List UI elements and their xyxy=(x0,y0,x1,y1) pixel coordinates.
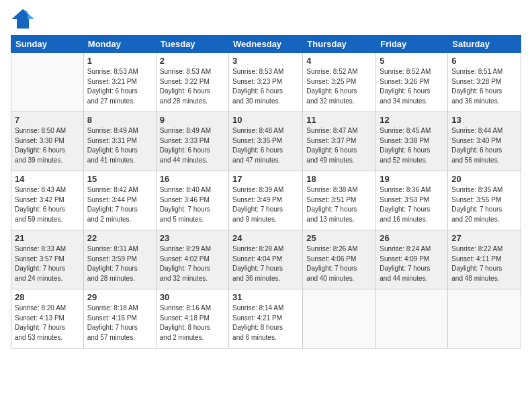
calendar-day-cell: 27Sunrise: 8:22 AM Sunset: 4:11 PM Dayli… xyxy=(448,230,521,289)
page: SundayMondayTuesdayWednesdayThursdayFrid… xyxy=(0,0,532,411)
day-number: 3 xyxy=(232,56,299,66)
day-number: 13 xyxy=(451,115,517,125)
calendar-table: SundayMondayTuesdayWednesdayThursdayFrid… xyxy=(11,35,521,349)
calendar-day-cell xyxy=(11,53,84,112)
weekday-header-wednesday: Wednesday xyxy=(229,36,303,53)
day-number: 25 xyxy=(306,233,372,243)
day-number: 10 xyxy=(232,115,299,125)
day-info: Sunrise: 8:20 AM Sunset: 4:13 PM Dayligh… xyxy=(15,304,80,342)
day-number: 24 xyxy=(232,233,299,243)
calendar-day-cell: 23Sunrise: 8:29 AM Sunset: 4:02 PM Dayli… xyxy=(156,230,228,289)
day-number: 5 xyxy=(380,56,444,66)
day-number: 7 xyxy=(15,115,80,125)
weekday-header-sunday: Sunday xyxy=(11,36,84,53)
day-info: Sunrise: 8:44 AM Sunset: 3:40 PM Dayligh… xyxy=(451,126,517,165)
day-info: Sunrise: 8:18 AM Sunset: 4:16 PM Dayligh… xyxy=(87,304,152,342)
calendar-day-cell xyxy=(376,289,448,349)
weekday-header-saturday: Saturday xyxy=(448,36,521,53)
day-number: 9 xyxy=(160,115,225,125)
calendar-day-cell: 8Sunrise: 8:49 AM Sunset: 3:31 PM Daylig… xyxy=(83,112,156,171)
day-number: 30 xyxy=(160,292,225,302)
day-info: Sunrise: 8:53 AM Sunset: 3:21 PM Dayligh… xyxy=(87,67,152,106)
day-number: 15 xyxy=(87,174,152,184)
day-number: 12 xyxy=(380,115,444,125)
day-info: Sunrise: 8:47 AM Sunset: 3:37 PM Dayligh… xyxy=(306,126,372,165)
calendar-day-cell xyxy=(448,289,521,349)
calendar-day-cell: 1Sunrise: 8:53 AM Sunset: 3:21 PM Daylig… xyxy=(83,53,156,112)
day-info: Sunrise: 8:38 AM Sunset: 3:51 PM Dayligh… xyxy=(306,185,372,224)
calendar-day-cell: 22Sunrise: 8:31 AM Sunset: 3:59 PM Dayli… xyxy=(83,230,156,289)
day-info: Sunrise: 8:53 AM Sunset: 3:22 PM Dayligh… xyxy=(160,67,225,106)
calendar-day-cell: 4Sunrise: 8:52 AM Sunset: 3:25 PM Daylig… xyxy=(303,53,376,112)
calendar-day-cell: 24Sunrise: 8:28 AM Sunset: 4:04 PM Dayli… xyxy=(229,230,303,289)
day-info: Sunrise: 8:33 AM Sunset: 3:57 PM Dayligh… xyxy=(15,244,80,283)
weekday-header-tuesday: Tuesday xyxy=(156,36,228,53)
calendar-day-cell: 29Sunrise: 8:18 AM Sunset: 4:16 PM Dayli… xyxy=(83,289,156,349)
calendar-day-cell: 12Sunrise: 8:45 AM Sunset: 3:38 PM Dayli… xyxy=(376,112,448,171)
day-info: Sunrise: 8:40 AM Sunset: 3:46 PM Dayligh… xyxy=(160,185,225,224)
calendar-day-cell: 18Sunrise: 8:38 AM Sunset: 3:51 PM Dayli… xyxy=(303,171,376,230)
day-info: Sunrise: 8:49 AM Sunset: 3:31 PM Dayligh… xyxy=(87,126,152,165)
day-number: 21 xyxy=(15,233,80,243)
day-number: 18 xyxy=(306,174,372,184)
day-info: Sunrise: 8:45 AM Sunset: 3:38 PM Dayligh… xyxy=(380,126,444,165)
calendar-day-cell: 21Sunrise: 8:33 AM Sunset: 3:57 PM Dayli… xyxy=(11,230,84,289)
day-number: 11 xyxy=(306,115,372,125)
calendar-day-cell: 9Sunrise: 8:49 AM Sunset: 3:33 PM Daylig… xyxy=(156,112,228,171)
day-info: Sunrise: 8:29 AM Sunset: 4:02 PM Dayligh… xyxy=(160,244,225,283)
calendar-day-cell: 11Sunrise: 8:47 AM Sunset: 3:37 PM Dayli… xyxy=(303,112,376,171)
logo xyxy=(11,7,36,31)
day-number: 1 xyxy=(87,56,152,66)
day-number: 29 xyxy=(87,292,152,302)
calendar-day-cell: 20Sunrise: 8:35 AM Sunset: 3:55 PM Dayli… xyxy=(448,171,521,230)
day-info: Sunrise: 8:52 AM Sunset: 3:26 PM Dayligh… xyxy=(380,67,444,106)
calendar-day-cell: 13Sunrise: 8:44 AM Sunset: 3:40 PM Dayli… xyxy=(448,112,521,171)
calendar-day-cell: 3Sunrise: 8:53 AM Sunset: 3:23 PM Daylig… xyxy=(229,53,303,112)
calendar-week-row: 14Sunrise: 8:43 AM Sunset: 3:42 PM Dayli… xyxy=(11,171,521,230)
weekday-header-friday: Friday xyxy=(376,36,448,53)
weekday-header-row: SundayMondayTuesdayWednesdayThursdayFrid… xyxy=(11,36,521,53)
day-info: Sunrise: 8:36 AM Sunset: 3:53 PM Dayligh… xyxy=(380,185,444,224)
calendar-day-cell: 2Sunrise: 8:53 AM Sunset: 3:22 PM Daylig… xyxy=(156,53,228,112)
day-number: 16 xyxy=(160,174,225,184)
day-info: Sunrise: 8:14 AM Sunset: 4:21 PM Dayligh… xyxy=(232,304,299,342)
day-info: Sunrise: 8:53 AM Sunset: 3:23 PM Dayligh… xyxy=(232,67,299,106)
weekday-header-thursday: Thursday xyxy=(303,36,376,53)
calendar-day-cell: 6Sunrise: 8:51 AM Sunset: 3:28 PM Daylig… xyxy=(448,53,521,112)
day-number: 14 xyxy=(15,174,80,184)
day-number: 17 xyxy=(232,174,299,184)
calendar-day-cell: 14Sunrise: 8:43 AM Sunset: 3:42 PM Dayli… xyxy=(11,171,84,230)
day-info: Sunrise: 8:43 AM Sunset: 3:42 PM Dayligh… xyxy=(15,185,80,224)
calendar-day-cell: 31Sunrise: 8:14 AM Sunset: 4:21 PM Dayli… xyxy=(229,289,303,349)
day-number: 31 xyxy=(232,292,299,302)
calendar-day-cell: 17Sunrise: 8:39 AM Sunset: 3:49 PM Dayli… xyxy=(229,171,303,230)
day-number: 6 xyxy=(451,56,517,66)
day-number: 26 xyxy=(380,233,444,243)
day-number: 2 xyxy=(160,56,225,66)
calendar-week-row: 7Sunrise: 8:50 AM Sunset: 3:30 PM Daylig… xyxy=(11,112,521,171)
weekday-header-monday: Monday xyxy=(83,36,156,53)
calendar-week-row: 28Sunrise: 8:20 AM Sunset: 4:13 PM Dayli… xyxy=(11,289,521,349)
day-number: 28 xyxy=(15,292,80,302)
calendar-day-cell: 10Sunrise: 8:48 AM Sunset: 3:35 PM Dayli… xyxy=(229,112,303,171)
calendar-day-cell: 30Sunrise: 8:16 AM Sunset: 4:18 PM Dayli… xyxy=(156,289,228,349)
day-info: Sunrise: 8:50 AM Sunset: 3:30 PM Dayligh… xyxy=(15,126,80,165)
day-info: Sunrise: 8:49 AM Sunset: 3:33 PM Dayligh… xyxy=(160,126,225,165)
logo-icon xyxy=(11,7,35,31)
calendar-week-row: 1Sunrise: 8:53 AM Sunset: 3:21 PM Daylig… xyxy=(11,53,521,112)
calendar-day-cell: 26Sunrise: 8:24 AM Sunset: 4:09 PM Dayli… xyxy=(376,230,448,289)
day-number: 8 xyxy=(87,115,152,125)
day-number: 27 xyxy=(451,233,517,243)
header xyxy=(11,7,521,31)
day-info: Sunrise: 8:42 AM Sunset: 3:44 PM Dayligh… xyxy=(87,185,152,224)
day-number: 22 xyxy=(87,233,152,243)
day-info: Sunrise: 8:26 AM Sunset: 4:06 PM Dayligh… xyxy=(306,244,372,283)
calendar-day-cell xyxy=(303,289,376,349)
day-number: 4 xyxy=(306,56,372,66)
day-info: Sunrise: 8:24 AM Sunset: 4:09 PM Dayligh… xyxy=(380,244,444,283)
calendar-day-cell: 5Sunrise: 8:52 AM Sunset: 3:26 PM Daylig… xyxy=(376,53,448,112)
calendar-day-cell: 25Sunrise: 8:26 AM Sunset: 4:06 PM Dayli… xyxy=(303,230,376,289)
calendar-day-cell: 15Sunrise: 8:42 AM Sunset: 3:44 PM Dayli… xyxy=(83,171,156,230)
calendar-day-cell: 16Sunrise: 8:40 AM Sunset: 3:46 PM Dayli… xyxy=(156,171,228,230)
day-info: Sunrise: 8:52 AM Sunset: 3:25 PM Dayligh… xyxy=(306,67,372,106)
